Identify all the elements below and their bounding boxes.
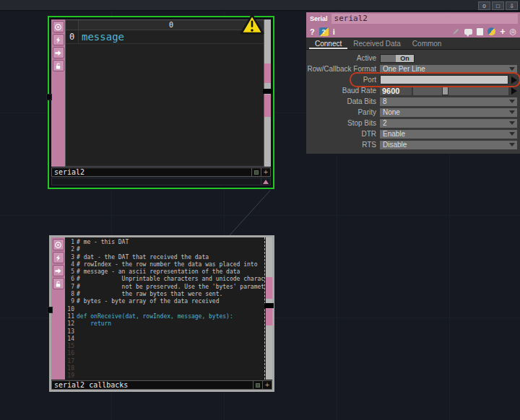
panel-dock-button[interactable]: ⇩ <box>506 1 518 10</box>
param-label: Active <box>306 54 380 62</box>
comment-icon[interactable] <box>464 29 472 35</box>
menu-arrow-icon[interactable] <box>511 76 517 84</box>
tab-received-data[interactable]: Received Data <box>347 38 407 49</box>
line-number: 4 <box>65 261 77 268</box>
node-name-bar[interactable]: serial2_callbacks + <box>51 380 272 390</box>
chevron-down-icon <box>509 67 515 71</box>
line-number: 3 <box>65 254 77 261</box>
param-label: Port <box>306 76 380 84</box>
bypass-flag-icon[interactable] <box>53 252 64 263</box>
tab-common[interactable]: Common <box>407 38 448 49</box>
rts-dropdown[interactable]: Disable <box>380 141 517 149</box>
parity-dropdown[interactable]: None <box>380 108 517 117</box>
viewer-flag-icon[interactable] <box>53 21 64 32</box>
slider-handle[interactable] <box>442 87 448 95</box>
output-connector[interactable] <box>263 89 272 94</box>
parameter-dialog[interactable]: Serial serial2 ? ? i + ◎ Connect Receive… <box>306 12 520 154</box>
node-flag-rail <box>51 19 65 167</box>
input-connector[interactable] <box>47 307 53 313</box>
line-number: 6 <box>65 276 77 283</box>
param-label: Baud Rate <box>306 87 380 95</box>
python-icon[interactable] <box>488 27 495 35</box>
node-serial2-callbacks[interactable]: 1# me - this DAT 2# 3# dat - the DAT tha… <box>49 235 274 392</box>
node-name-field[interactable]: serial2 <box>332 14 518 24</box>
node-sub-bar <box>51 178 271 185</box>
baudrate-value-field[interactable]: 9600 <box>380 87 412 95</box>
input-connector[interactable] <box>46 94 52 100</box>
node-scrollbar[interactable] <box>266 237 272 380</box>
edit-pencil-icon[interactable] <box>452 27 460 35</box>
dropdown-value: One Per Line <box>380 65 509 73</box>
dock-flag-icon[interactable] <box>53 265 64 276</box>
node-color-swatch[interactable] <box>253 381 262 389</box>
line-number: 8 <box>65 291 77 298</box>
target-icon[interactable]: ◎ <box>509 27 516 35</box>
panel-maximize-button[interactable]: □ <box>492 1 504 10</box>
param-row-format: Row/Callback Format One Per Line <box>306 64 520 74</box>
table-corner-cell <box>66 20 79 30</box>
stopbits-dropdown[interactable]: 2 <box>380 119 517 128</box>
parameter-list: Active On Row/Callback Format One Per Li… <box>306 50 520 154</box>
help-button[interactable]: ? <box>310 27 315 36</box>
chevron-down-icon <box>509 110 515 114</box>
chevron-down-icon <box>509 143 515 146</box>
line-number: 1 <box>65 239 77 246</box>
panel-zero-button[interactable]: 0 <box>478 1 490 10</box>
dialog-toolbar: ? ? i + ◎ <box>306 25 520 38</box>
line-number: 10 <box>65 306 77 313</box>
dialog-header: Serial serial2 <box>306 12 520 25</box>
line-number: 18 <box>65 365 77 372</box>
output-connector[interactable] <box>264 303 274 308</box>
param-row-port: Port <box>306 74 520 85</box>
param-label: DTR <box>306 130 380 138</box>
format-dropdown[interactable]: One Per Line <box>380 65 517 74</box>
active-toggle[interactable]: On <box>380 54 415 63</box>
tab-connect[interactable]: Connect <box>309 38 347 49</box>
viewer-flag-icon[interactable] <box>53 239 64 250</box>
node-expand-button[interactable] <box>261 178 270 185</box>
dat-table-viewer[interactable]: 0 0 message <box>65 19 264 167</box>
code-text: def onReceive(dat, rowIndex, message, by… <box>77 313 233 320</box>
lock-flag-icon[interactable] <box>53 60 64 71</box>
add-icon[interactable]: + <box>500 27 505 36</box>
network-editor[interactable]: 0 □ ⇩ <box>0 0 520 420</box>
code-text: # bytes - byte array of the data receive… <box>77 298 219 305</box>
line-number: 5 <box>65 268 77 276</box>
line-number: 17 <box>65 358 77 365</box>
line-number: 2 <box>65 246 77 253</box>
code-text: # rowIndex - the row number the data was… <box>77 261 257 268</box>
node-add-button[interactable]: + <box>261 168 270 176</box>
node-color-swatch[interactable] <box>251 168 261 176</box>
menu-arrow-icon[interactable] <box>511 87 517 95</box>
python-help-button[interactable]: ? <box>319 27 329 36</box>
parameter-tabs: Connect Received Data Common <box>306 38 520 50</box>
param-label: Data Bits <box>306 97 380 105</box>
dock-flag-icon[interactable] <box>53 47 64 58</box>
lock-flag-icon[interactable] <box>53 278 64 289</box>
warning-icon[interactable] <box>240 14 264 38</box>
chevron-down-icon <box>509 121 515 125</box>
line-number: 19 <box>65 372 77 380</box>
dtr-dropdown[interactable]: Enable <box>380 130 517 139</box>
databits-dropdown[interactable]: 8 <box>380 97 517 106</box>
code-editor[interactable]: 1# me - this DAT 2# 3# dat - the DAT tha… <box>65 237 266 380</box>
wordwrap-guide <box>264 237 265 380</box>
node-serial2[interactable]: 0 0 message serial2 + <box>48 16 274 189</box>
param-label: Parity <box>306 108 380 116</box>
node-add-button[interactable]: + <box>262 381 272 389</box>
line-number: 16 <box>65 350 77 357</box>
bypass-flag-icon[interactable] <box>53 34 64 45</box>
table-row-index: 0 <box>66 30 79 43</box>
code-text: # me - this DAT <box>77 239 129 246</box>
scrollbar-pink-segment <box>266 307 272 326</box>
line-number: 13 <box>65 328 77 336</box>
port-field[interactable] <box>380 75 508 84</box>
param-row-parity: Parity None <box>306 107 520 118</box>
info-button[interactable]: i <box>333 27 335 36</box>
node-name-bar[interactable]: serial2 + <box>51 167 271 177</box>
node-scrollbar[interactable] <box>264 19 271 167</box>
param-label: Stop Bits <box>306 119 380 127</box>
baudrate-slider[interactable] <box>413 87 508 95</box>
copy-icon[interactable] <box>477 28 483 35</box>
param-row-stopbits: Stop Bits 2 <box>306 118 520 128</box>
